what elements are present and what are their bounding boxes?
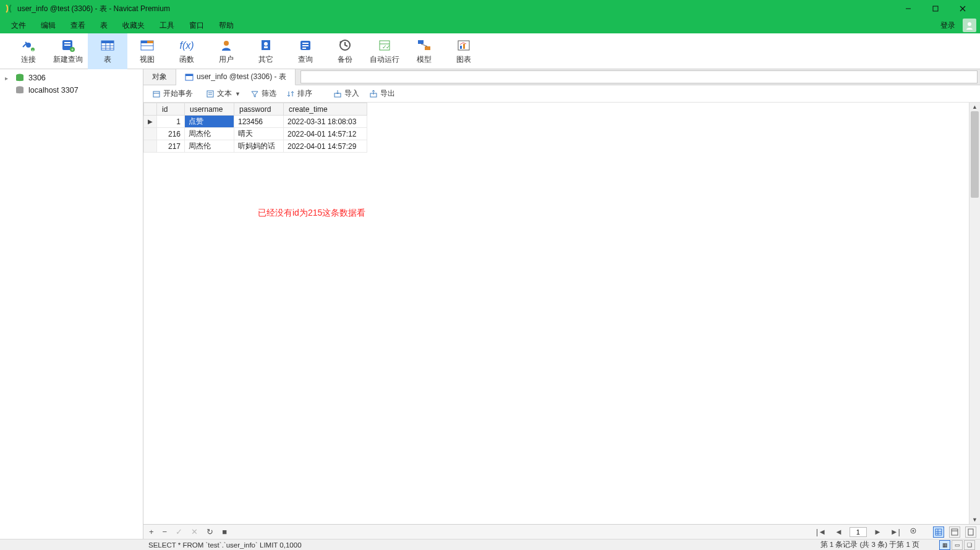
minimize-button[interactable] (895, 0, 922, 17)
scroll-down-arrow[interactable]: ▼ (969, 515, 980, 524)
settings-gear-icon[interactable] (907, 527, 919, 537)
svg-point-24 (224, 41, 229, 46)
menu-item-帮助[interactable]: 帮助 (211, 19, 241, 32)
cell[interactable]: 听妈妈的话 (234, 140, 284, 153)
function-icon: f(x) (178, 38, 195, 53)
form-view-button[interactable] (949, 527, 960, 538)
apply-button[interactable]: ✓ (174, 527, 184, 536)
ribbon-plug-button[interactable]: +连接 (9, 33, 48, 69)
stop-button[interactable]: ■ (220, 527, 229, 536)
login-link[interactable]: 登录 (935, 19, 960, 33)
ribbon-user-button[interactable]: 用户 (207, 33, 246, 69)
last-page-button[interactable]: ►| (888, 527, 902, 536)
backup-icon (336, 38, 354, 53)
status-grid-mode-button[interactable]: ▦ (939, 540, 950, 550)
connection-label: 3306 (28, 74, 46, 82)
menu-item-查看[interactable]: 查看 (63, 19, 93, 32)
menu-item-表[interactable]: 表 (93, 19, 115, 32)
cell[interactable]: 点赞 (185, 116, 234, 128)
svg-rect-49 (207, 91, 213, 97)
cell[interactable]: 123456 (234, 116, 284, 128)
cell[interactable]: 2022-04-01 14:57:12 (284, 128, 367, 140)
cell[interactable]: 2022-04-01 14:57:29 (284, 140, 367, 153)
status-doc-mode-button[interactable]: ❏ (964, 540, 975, 550)
avatar-icon[interactable] (963, 19, 976, 32)
cancel-row-button[interactable]: ✕ (189, 527, 200, 536)
scroll-up-arrow[interactable]: ▲ (969, 103, 980, 111)
ribbon-chart-button[interactable]: 图表 (444, 33, 484, 69)
editor-toolbar: 开始事务 文本▼ 筛选 排序 导入 导出 (143, 85, 980, 103)
menu-item-收藏夹[interactable]: 收藏夹 (115, 19, 152, 32)
ribbon-new-query-button[interactable]: +新建查询 (48, 33, 88, 69)
menu-item-窗口[interactable]: 窗口 (182, 19, 211, 32)
tab-filter-input[interactable] (300, 70, 978, 83)
column-header[interactable]: id (157, 103, 185, 116)
menu-item-编辑[interactable]: 编辑 (33, 19, 63, 32)
column-header[interactable]: username (185, 103, 234, 116)
window-titlebar: user_info @test (3306) - 表 - Navicat Pre… (0, 0, 980, 17)
maximize-button[interactable] (922, 0, 949, 17)
ribbon-query-button[interactable]: 查询 (286, 33, 325, 69)
status-record-info: 第 1 条记录 (共 3 条) 于第 1 页 (820, 540, 919, 549)
ribbon-other-button[interactable]: 其它 (246, 33, 286, 69)
ribbon-label: 连接 (21, 54, 36, 65)
report-view-button[interactable] (965, 527, 976, 538)
grid-bottom-bar: + − ✓ ✕ ↻ ■ |◄ ◄ ► ►| (143, 524, 980, 539)
ribbon-auto-button[interactable]: ✓✓自动运行 (365, 33, 404, 69)
column-header[interactable]: password (234, 103, 284, 116)
cell[interactable]: 周杰伦 (185, 140, 234, 153)
svg-rect-1 (933, 6, 938, 11)
menubar: 文件编辑查看表收藏夹工具窗口帮助 登录 (0, 17, 980, 33)
filter-button[interactable]: 筛选 (247, 87, 280, 101)
delete-row-button[interactable]: − (161, 527, 169, 536)
svg-rect-42 (463, 44, 465, 49)
svg-rect-29 (302, 43, 309, 44)
ribbon-table-button[interactable]: 表 (88, 33, 127, 69)
connection-item[interactable]: ▸3306 (0, 72, 143, 84)
import-button[interactable]: 导入 (330, 87, 363, 101)
row-header (144, 103, 157, 116)
chart-icon (455, 38, 472, 53)
refresh-button[interactable]: ↻ (205, 527, 215, 536)
data-grid[interactable]: idusernamepasswordcreate_time▶1点赞1234562… (143, 103, 367, 153)
sort-button[interactable]: 排序 (283, 87, 316, 101)
page-input[interactable] (850, 527, 867, 537)
model-icon (415, 38, 433, 53)
chevron-right-icon: ▸ (5, 75, 11, 82)
connection-item[interactable]: localhost 3307 (0, 84, 143, 96)
ribbon-backup-button[interactable]: 备份 (325, 33, 365, 69)
svg-text:+: + (71, 48, 74, 52)
cell[interactable]: 晴天 (234, 128, 284, 140)
menu-item-文件[interactable]: 文件 (4, 19, 33, 32)
table-row[interactable]: 217周杰伦听妈妈的话2022-04-01 14:57:29 (144, 140, 367, 153)
export-button[interactable]: 导出 (365, 87, 399, 101)
column-header[interactable]: create_time (284, 103, 367, 116)
close-button[interactable] (949, 0, 976, 17)
cell[interactable]: 216 (157, 128, 185, 140)
ribbon-label: 新建查询 (53, 54, 83, 65)
menu-item-工具[interactable]: 工具 (152, 19, 182, 32)
vertical-scrollbar[interactable]: ▲ ▼ (969, 103, 980, 524)
cell[interactable]: 217 (157, 140, 185, 153)
tab[interactable]: 对象 (143, 69, 176, 85)
cell[interactable]: 1 (157, 116, 185, 128)
add-row-button[interactable]: + (147, 527, 156, 536)
next-page-button[interactable]: ► (872, 527, 884, 536)
scrollbar-thumb[interactable] (971, 111, 979, 198)
text-button[interactable]: 文本▼ (202, 87, 244, 101)
prev-page-button[interactable]: ◄ (833, 527, 845, 536)
ribbon-model-button[interactable]: 模型 (404, 33, 444, 69)
start-transaction-button[interactable]: 开始事务 (148, 87, 197, 101)
ribbon-function-button[interactable]: f(x)函数 (167, 33, 207, 69)
first-page-button[interactable]: |◄ (814, 527, 828, 536)
cell[interactable]: 2022-03-31 18:08:03 (284, 116, 367, 128)
table-icon (99, 38, 116, 53)
table-row[interactable]: ▶1点赞1234562022-03-31 18:08:03 (144, 116, 367, 128)
tab-label: user_info @test (3306) - 表 (197, 72, 286, 82)
tab[interactable]: user_info @test (3306) - 表 (176, 69, 296, 85)
table-row[interactable]: 216周杰伦晴天2022-04-01 14:57:12 (144, 128, 367, 140)
cell[interactable]: 周杰伦 (185, 128, 234, 140)
grid-view-button[interactable] (933, 527, 944, 538)
status-detail-mode-button[interactable]: ▭ (952, 540, 963, 550)
ribbon-view-button[interactable]: 视图 (127, 33, 167, 69)
